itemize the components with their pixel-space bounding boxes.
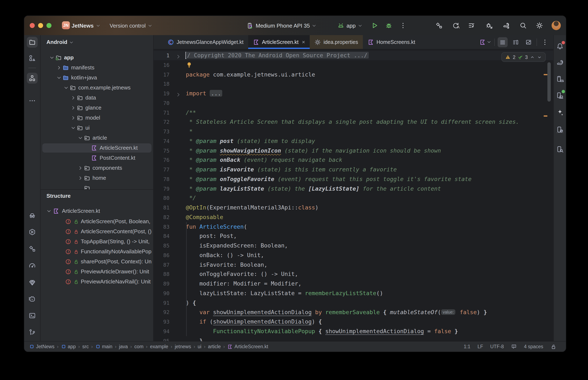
code-line-16[interactable]: 16 [154, 60, 553, 70]
project-tree-item-components[interactable]: components [41, 163, 153, 173]
editor-tab-idea.properties[interactable]: idea.properties [310, 35, 363, 49]
code-line-18[interactable]: 18 [154, 79, 553, 89]
breadcrumb-item-app[interactable]: app [61, 344, 76, 349]
indent-widget[interactable]: 4 spaces [524, 344, 543, 349]
project-tree-item-home[interactable]: home [41, 173, 153, 183]
project-tree-item-model[interactable]: model [41, 113, 153, 122]
next-problem-button[interactable] [537, 55, 542, 59]
folded-copyright-comment[interactable]: / Copyright 2020 The Android Open Source… [186, 52, 369, 58]
tool-stripe-build-button[interactable] [27, 243, 38, 254]
tool-stripe-project-folder-button[interactable] [27, 37, 38, 48]
gradle-sync-button[interactable] [502, 16, 510, 35]
editor-tab-JetnewsGlanceAppWidget.kt[interactable]: JetnewsGlanceAppWidget.kt [163, 35, 248, 49]
tool-stripe-app-inspection-button[interactable] [27, 210, 38, 221]
editor-tab-ArticleScreen.kt[interactable]: ArticleScreen.kt× [248, 35, 310, 49]
run-button[interactable] [371, 16, 378, 35]
code-line-70[interactable]: 70 [154, 98, 553, 108]
tool-stripe-resource-manager-button[interactable] [27, 53, 38, 64]
tool-stripe-app-quality-insights-button[interactable] [27, 277, 38, 288]
inspection-widget[interactable]: 2 3 [501, 52, 546, 62]
structure-member[interactable]: fArticleScreenContent(Post, () [41, 227, 153, 236]
apply-changes-button[interactable]: A [452, 16, 460, 35]
code-line-79[interactable]: 79 * @param lazyListState (state) the [L… [154, 184, 553, 193]
code-line-17[interactable]: 17package com.example.jetnews.ui.article [154, 70, 553, 79]
project-tree-item-manifests[interactable]: manifests [41, 63, 153, 72]
code-line-87[interactable]: 87 isFavorite: Boolean, [154, 260, 553, 269]
list-view-toggle[interactable] [498, 37, 508, 47]
code-editor[interactable]: 1/ Copyright 2020 The Android Open Sourc… [154, 49, 553, 342]
zoom-window-button[interactable] [46, 23, 51, 28]
run-config-selector[interactable]: app [337, 16, 363, 35]
breadcrumb-item-article[interactable]: article [208, 344, 221, 349]
tool-stripe-running-devices-button[interactable] [554, 90, 565, 101]
code-line-77[interactable]: 77 * @param isFavorite (state) is this i… [154, 165, 553, 174]
code-line-74[interactable]: 74 * @param post (state) item to display [154, 136, 553, 146]
project-name-menu[interactable]: JetNews [72, 16, 101, 35]
project-tree-item-app[interactable]: app [41, 53, 153, 62]
tool-stripe-services-button[interactable] [27, 227, 38, 237]
editor-options-button[interactable] [540, 37, 550, 47]
project-tree-item-article[interactable]: article [41, 133, 153, 143]
breadcrumb-item-src[interactable]: src [82, 344, 89, 349]
code-line-93[interactable]: 93 if (showUnimplementedActionDialog) { [154, 317, 553, 326]
build-hammer-button[interactable] [435, 16, 443, 35]
profile-runs-button[interactable] [468, 16, 475, 35]
code-line-19[interactable]: 19import ... [154, 89, 553, 98]
editor-scrollbar[interactable] [547, 62, 551, 102]
structure-root-ArticleScreen.kt[interactable]: ArticleScreen.kt [41, 207, 153, 216]
code-line-78[interactable]: 78 * @param onToggleFavorite (event) req… [154, 174, 553, 184]
project-tree-item-PostContent.kt[interactable]: PostContent.kt [41, 153, 153, 163]
tool-stripe-gradle-button[interactable] [554, 57, 565, 68]
code-line-95[interactable]: 95 } [154, 336, 553, 342]
structure-member[interactable]: fsharePost(Post, Context): Un [41, 257, 153, 266]
split-view-toggle[interactable] [510, 37, 521, 47]
breadcrumb-item-com[interactable]: com [134, 344, 143, 349]
settings-button[interactable] [536, 16, 543, 35]
breadcrumb-item-ui[interactable]: ui [198, 344, 202, 349]
editor-tab-HomeScreens.kt[interactable]: HomeScreens.kt [363, 35, 420, 49]
project-tree-item-kotlin+java[interactable]: kotlin+java [41, 73, 153, 82]
project-view-selector[interactable]: Android [46, 39, 74, 45]
tool-stripe-vcs-graph-button[interactable] [27, 327, 38, 338]
tool-stripe-device-explorer-button[interactable] [554, 144, 565, 155]
project-tree-item-com.example.jetnews[interactable]: com.example.jetnews [41, 83, 153, 92]
structure-member[interactable]: fTopAppBar(String, () -> Unit, [41, 237, 153, 246]
structure-member[interactable]: fFunctionalityNotAvailablePop [41, 247, 153, 256]
code-line-76[interactable]: 76 * @param onBack (event) request navig… [154, 155, 553, 165]
tool-stripe-notifications-button[interactable] [554, 41, 565, 52]
minimize-window-button[interactable] [38, 23, 43, 28]
project-tree-item-ui[interactable]: ui [41, 123, 153, 133]
vcs-menu[interactable]: Version control [110, 16, 153, 35]
device-selector[interactable]: Medium Phone API 35 [246, 16, 317, 35]
code-line-91[interactable]: 91) { [154, 298, 553, 307]
attach-debugger-button[interactable] [486, 16, 493, 35]
close-tab-icon[interactable]: × [302, 39, 305, 45]
code-line-72[interactable]: 72 * Stateless Article Screen that displ… [154, 117, 553, 127]
tool-stripe-terminal-button[interactable] [27, 310, 38, 321]
tool-stripe-logcat-button[interactable] [27, 293, 38, 304]
hidden-tabs-dropdown[interactable] [479, 39, 491, 45]
code-line-89[interactable]: 89 modifier: Modifier = Modifier, [154, 279, 553, 288]
code-line-90[interactable]: 90 lazyListState: LazyListState = rememb… [154, 288, 553, 298]
breadcrumb-item-example[interactable]: example [150, 344, 168, 349]
search-button[interactable] [519, 16, 527, 35]
project-tree-item-data[interactable]: data [41, 93, 153, 102]
breadcrumb-item-JetNews[interactable]: JetNews [29, 344, 54, 349]
code-line-85[interactable]: 85 isExpandedScreen: Boolean, [154, 241, 553, 250]
structure-member[interactable]: fPreviewArticleDrawer(): Unit [41, 267, 153, 276]
line-separator-widget[interactable]: LF [478, 344, 483, 349]
code-line-1[interactable]: 1/ Copyright 2020 The Android Open Sourc… [154, 51, 553, 60]
code-line-84[interactable]: 84 post: Post, [154, 231, 553, 241]
debug-button[interactable] [385, 16, 393, 35]
tool-stripe-more-dots-button[interactable] [27, 95, 38, 106]
image-view-toggle[interactable] [524, 37, 534, 47]
intention-bulb-icon[interactable] [186, 61, 192, 68]
breadcrumb-item-jetnews[interactable]: jetnews [175, 344, 191, 349]
code-line-82[interactable]: 82@Composable [154, 212, 553, 222]
tool-stripe-gemini-button[interactable] [554, 107, 565, 118]
code-line-75[interactable]: 75 * @param showNavigationIcon (state) i… [154, 146, 553, 155]
warning-stripe-mark[interactable] [544, 115, 547, 117]
code-line-73[interactable]: 73 * [154, 127, 553, 136]
breadcrumb-item-ArticleScreen.kt[interactable]: ArticleScreen.kt [227, 344, 268, 349]
close-window-button[interactable] [30, 23, 35, 28]
